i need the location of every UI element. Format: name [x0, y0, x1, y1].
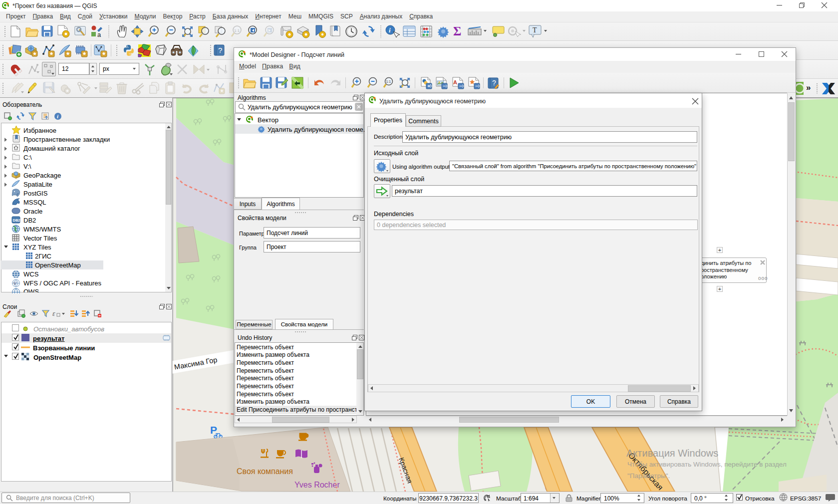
svg-text:1:1: 1:1 — [386, 80, 391, 83]
svg-text:A: A — [453, 79, 457, 85]
svg-text:ε: ε — [52, 310, 55, 317]
svg-text:i: i — [389, 26, 391, 34]
svg-text:?: ? — [218, 46, 222, 54]
svg-text:V: V — [13, 281, 16, 286]
svg-text:DB2: DB2 — [13, 218, 20, 223]
svg-text:Своя компания: Своя компания — [237, 467, 293, 476]
svg-text:Yves Rocher: Yves Rocher — [294, 481, 340, 489]
svg-text:?: ? — [492, 79, 496, 87]
svg-text:T: T — [533, 26, 537, 34]
svg-text:a: a — [97, 31, 101, 38]
svg-text:1:1: 1:1 — [234, 28, 240, 33]
